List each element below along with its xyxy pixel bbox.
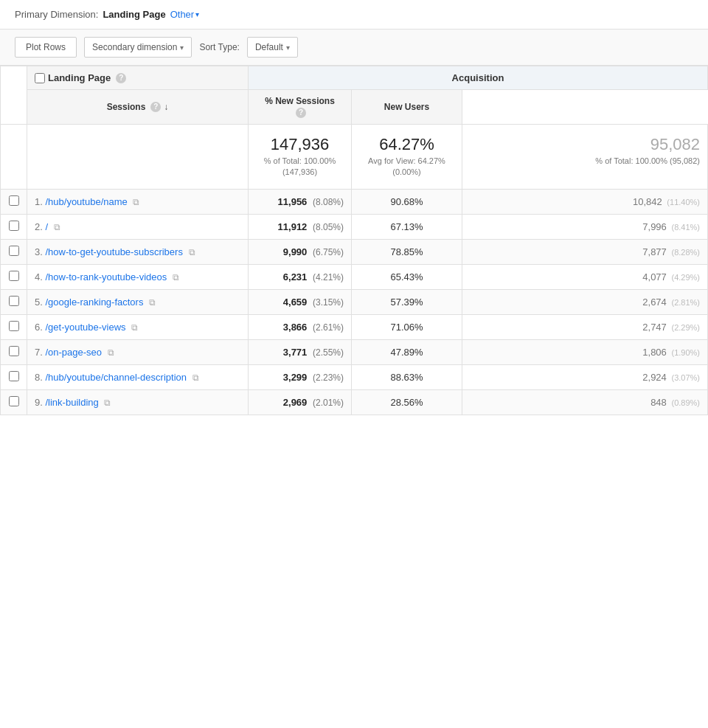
row-checkbox-cell [1, 339, 27, 364]
row-new-sessions-value: 78.85% [390, 246, 423, 257]
plot-rows-button[interactable]: Plot Rows [15, 37, 77, 58]
row-new-sessions-value: 57.39% [390, 297, 423, 308]
toolbar: Plot Rows Secondary dimension ▾ Sort Typ… [0, 30, 708, 66]
summary-row: 147,936 % of Total: 100.00% (147,936) 64… [1, 125, 708, 190]
landing-page-link[interactable]: /how-to-rank-youtube-videos [45, 271, 167, 282]
sessions-header: Sessions ? ↓ [27, 90, 249, 125]
primary-dimension-value: Landing Page [103, 9, 165, 20]
copy-icon[interactable]: ⧉ [149, 297, 156, 308]
secondary-dimension-chevron-icon: ▾ [180, 44, 184, 52]
row-sessions-cell: 4,659 (3.15%) [249, 289, 352, 314]
row-landing-cell: 1. /hub/youtube/name ⧉ [27, 189, 249, 214]
row-new-users-pct: (3.07%) [671, 373, 700, 382]
copy-icon[interactable]: ⧉ [104, 398, 111, 408]
sort-type-dropdown[interactable]: Default ▾ [247, 37, 298, 58]
table-row: 1. /hub/youtube/name ⧉ 11,956 (8.08%) 90… [1, 189, 708, 214]
row-checkbox-cell [1, 189, 27, 214]
row-number: 3. [35, 246, 43, 257]
summary-sessions-cell: 147,936 % of Total: 100.00% (147,936) [249, 125, 352, 190]
landing-page-link[interactable]: / [45, 221, 48, 232]
summary-checkbox-cell [1, 125, 27, 190]
row-sessions-value: 4,659 [283, 297, 308, 308]
row-new-users-cell: 2,674 (2.81%) [462, 289, 708, 314]
row-new-users-pct: (8.28%) [671, 248, 700, 257]
row-new-sessions-value: 67.13% [390, 221, 423, 232]
summary-new-users-value: 95,082 [470, 135, 700, 154]
row-new-sessions-value: 88.63% [390, 372, 423, 383]
row-new-users-value: 7,877 [642, 246, 667, 257]
sessions-sort-icon[interactable]: ↓ [164, 102, 168, 112]
row-new-users-value: 2,924 [642, 372, 667, 383]
row-checkbox[interactable] [9, 346, 19, 356]
row-new-users-cell: 7,996 (8.41%) [462, 214, 708, 239]
select-all-checkbox[interactable] [35, 73, 45, 83]
landing-page-link[interactable]: /hub/youtube/channel-description [45, 372, 187, 383]
summary-new-users-sub: % of Total: 100.00% (95,082) [470, 156, 700, 167]
row-new-users-pct: (8.41%) [671, 223, 700, 232]
row-checkbox[interactable] [9, 271, 19, 281]
landing-page-link[interactable]: /google-ranking-factors [45, 297, 143, 308]
row-checkbox-cell [1, 389, 27, 415]
row-sessions-cell: 9,990 (6.75%) [249, 239, 352, 264]
row-checkbox[interactable] [9, 195, 19, 206]
row-new-users-cell: 2,747 (2.29%) [462, 314, 708, 339]
table-row: 7. /on-page-seo ⧉ 3,771 (2.55%) 47.89% 1… [1, 339, 708, 364]
copy-icon[interactable]: ⧉ [189, 247, 195, 257]
row-new-sessions-cell: 67.13% [352, 214, 462, 239]
landing-page-link[interactable]: /hub/youtube/name [45, 196, 127, 207]
summary-landing-cell [27, 125, 249, 190]
other-link-text: Other [170, 9, 195, 20]
row-sessions-pct: (4.21%) [313, 272, 344, 282]
row-checkbox[interactable] [9, 296, 19, 306]
copy-icon[interactable]: ⧉ [192, 372, 199, 383]
row-checkbox[interactable] [9, 396, 19, 406]
new-users-header-label: New Users [384, 102, 429, 112]
row-new-users-cell: 848 (0.89%) [462, 389, 708, 415]
new-sessions-help-icon[interactable]: ? [296, 108, 306, 118]
copy-icon[interactable]: ⧉ [131, 322, 138, 333]
copy-icon[interactable]: ⧉ [133, 197, 139, 207]
row-checkbox[interactable] [9, 371, 19, 381]
row-new-sessions-cell: 57.39% [352, 289, 462, 314]
sessions-header-label: Sessions [107, 102, 146, 112]
row-sessions-pct: (2.55%) [313, 347, 344, 358]
row-checkbox[interactable] [9, 321, 19, 331]
row-sessions-cell: 11,956 (8.08%) [249, 189, 352, 214]
row-checkbox[interactable] [9, 221, 19, 231]
row-checkbox-cell [1, 364, 27, 389]
row-checkbox[interactable] [9, 246, 19, 256]
secondary-dimension-dropdown[interactable]: Secondary dimension ▾ [84, 37, 192, 58]
copy-icon[interactable]: ⧉ [108, 347, 114, 358]
row-number: 4. [35, 271, 43, 282]
copy-icon[interactable]: ⧉ [173, 272, 179, 282]
row-new-users-value: 4,077 [642, 271, 667, 282]
row-checkbox-cell [1, 214, 27, 239]
landing-page-link[interactable]: /on-page-seo [45, 347, 102, 358]
new-sessions-header: % New Sessions ? [249, 90, 352, 125]
landing-page-link[interactable]: /get-youtube-views [45, 322, 125, 333]
row-new-users-pct: (0.89%) [671, 398, 700, 407]
table-row: 4. /how-to-rank-youtube-videos ⧉ 6,231 (… [1, 264, 708, 289]
row-sessions-pct: (8.08%) [313, 197, 344, 207]
row-new-users-value: 7,996 [642, 221, 667, 232]
new-sessions-header-label: % New Sessions [265, 96, 335, 106]
row-sessions-value: 11,956 [278, 196, 308, 207]
landing-page-link[interactable]: /link-building [45, 397, 98, 408]
row-number: 7. [35, 347, 43, 358]
copy-icon[interactable]: ⧉ [54, 222, 60, 232]
landing-page-help-icon[interactable]: ? [116, 73, 126, 83]
row-sessions-cell: 3,771 (2.55%) [249, 339, 352, 364]
other-link[interactable]: Other ▾ [170, 9, 200, 20]
row-landing-cell: 9. /link-building ⧉ [27, 389, 249, 415]
primary-dimension-label: Primary Dimension: [15, 9, 98, 20]
row-sessions-value: 2,969 [283, 397, 308, 408]
sessions-help-icon[interactable]: ? [150, 102, 161, 112]
row-number: 2. [35, 221, 43, 232]
row-sessions-pct: (8.05%) [313, 222, 344, 232]
acquisition-header: Acquisition [249, 66, 708, 90]
row-new-users-pct: (4.29%) [671, 273, 700, 282]
row-checkbox-cell [1, 314, 27, 339]
table-row: 5. /google-ranking-factors ⧉ 4,659 (3.15… [1, 289, 708, 314]
row-checkbox-cell [1, 289, 27, 314]
landing-page-link[interactable]: /how-to-get-youtube-subscribers [45, 246, 182, 257]
